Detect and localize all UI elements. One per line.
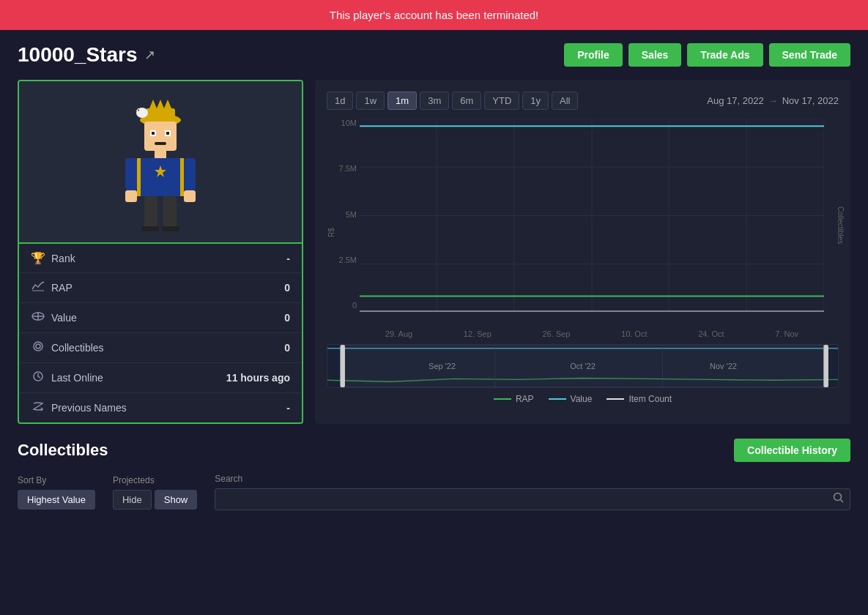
projecteds-group: Projecteds Hide Show: [113, 475, 197, 510]
time-buttons: 1d 1w 1m 3m 6m YTD 1y All: [327, 92, 578, 110]
stat-collectibles: Collectibles 0: [19, 333, 302, 363]
svg-rect-22: [184, 158, 196, 190]
last-online-label: Last Online: [51, 372, 226, 384]
svg-line-53: [841, 500, 844, 503]
trade-ads-button[interactable]: Trade Ads: [687, 43, 763, 67]
previous-names-label: Previous Names: [51, 402, 286, 414]
svg-rect-15: [155, 151, 166, 158]
x-label-0: 29. Aug: [385, 329, 412, 338]
time-btn-ytd[interactable]: YTD: [484, 92, 519, 110]
mini-label-1: Oct '22: [570, 362, 596, 370]
time-btn-1w[interactable]: 1w: [356, 92, 385, 110]
collectibles-axis-label: Collectibles: [837, 206, 845, 244]
filters-row: Sort By Highest Value Projecteds Hide Sh…: [18, 474, 850, 510]
highest-value-button[interactable]: Highest Value: [18, 490, 95, 510]
search-icon-button[interactable]: [833, 492, 845, 507]
y-label-0: 0: [327, 301, 360, 310]
chart-wrapper: 10M 7.5M 5M 2.5M 0 R$ Collectibles: [327, 119, 839, 412]
header-buttons: Profile Sales Trade Ads Send Trade: [564, 43, 850, 67]
hide-button[interactable]: Hide: [113, 490, 152, 510]
search-group: Search: [215, 474, 850, 510]
svg-rect-1: [146, 108, 175, 122]
collectibles-header: Collectibles Collectible History: [18, 439, 850, 462]
svg-point-52: [834, 493, 842, 501]
svg-point-7: [138, 110, 139, 111]
value-stat-value: 0: [284, 312, 290, 324]
item-count-legend-line: [607, 398, 624, 400]
stat-rank: 🏆 Rank -: [19, 244, 302, 273]
mini-label-0: Sep '22: [429, 362, 456, 370]
date-from: Aug 17, 2022: [707, 95, 763, 106]
y-label-5m: 5M: [327, 210, 360, 219]
svg-marker-8: [136, 110, 137, 111]
value-stat-label: Value: [51, 312, 284, 324]
date-range: Aug 17, 2022 → Nov 17, 2022: [707, 95, 839, 106]
time-btn-6m[interactable]: 6m: [452, 92, 481, 110]
search-input-wrapper: [215, 488, 850, 510]
sort-by-group: Sort By Highest Value: [18, 475, 95, 510]
chart-svg: [360, 119, 824, 313]
chart-controls: 1d 1w 1m 3m 6m YTD 1y All Aug 17, 2022 →…: [327, 92, 839, 110]
svg-rect-25: [163, 196, 177, 228]
time-btn-1y[interactable]: 1y: [522, 92, 549, 110]
y-label-7-5m: 7.5M: [327, 164, 360, 173]
x-axis-labels: 29. Aug 12. Sep 26. Sep 10. Oct 24. Oct …: [360, 329, 824, 338]
external-link-icon[interactable]: ↗: [144, 47, 155, 63]
search-input[interactable]: [215, 488, 850, 510]
mini-chart-labels: Sep '22 Oct '22 Nov '22: [327, 362, 838, 370]
bottom-section: Collectibles Collectible History Sort By…: [0, 424, 868, 525]
x-label-2: 26. Sep: [542, 329, 570, 338]
time-btn-1d[interactable]: 1d: [327, 92, 353, 110]
search-label: Search: [215, 474, 850, 484]
last-online-value: 11 hours ago: [226, 372, 290, 384]
collectibles-icon: [31, 340, 51, 355]
rap-legend-line: [494, 398, 511, 400]
rap-label: RAP: [51, 282, 284, 294]
profile-button[interactable]: Profile: [564, 43, 623, 67]
projected-buttons: Hide Show: [113, 490, 197, 510]
projecteds-label: Projecteds: [113, 475, 197, 485]
svg-rect-27: [162, 226, 179, 231]
svg-marker-3: [157, 100, 164, 108]
x-label-3: 10. Oct: [621, 329, 647, 338]
search-icon: [833, 492, 845, 504]
svg-rect-26: [141, 226, 159, 231]
avatar: [109, 92, 212, 231]
legend-rap: RAP: [494, 394, 534, 404]
send-trade-button[interactable]: Send Trade: [769, 43, 850, 67]
rank-label: Rank: [51, 253, 286, 264]
svg-rect-21: [125, 190, 137, 202]
time-btn-all[interactable]: All: [552, 92, 578, 110]
y-label-2-5m: 2.5M: [327, 256, 360, 264]
collectible-history-button[interactable]: Collectible History: [734, 439, 850, 462]
date-arrow: →: [768, 95, 778, 106]
mini-chart: Sep '22 Oct '22 Nov '22: [327, 344, 839, 388]
svg-rect-14: [155, 142, 166, 145]
collectibles-label-text: Collectibles: [51, 342, 284, 354]
page-header: 10000_Stars ↗ Profile Sales Trade Ads Se…: [0, 30, 868, 80]
sales-button[interactable]: Sales: [628, 43, 682, 67]
legend-value: Value: [549, 394, 593, 404]
stat-rap: RAP 0: [19, 273, 302, 303]
svg-rect-18: [180, 158, 184, 196]
time-btn-1m[interactable]: 1m: [387, 92, 417, 110]
x-label-5: 7. Nov: [775, 329, 798, 338]
collectibles-title: Collectibles: [18, 441, 108, 460]
value-legend-label: Value: [571, 394, 593, 404]
main-content: 🏆 Rank - RAP 0 Value 0: [0, 80, 868, 424]
svg-rect-9: [144, 122, 177, 151]
svg-point-6: [137, 108, 141, 113]
previous-names-icon: [31, 400, 51, 415]
svg-rect-23: [184, 190, 196, 202]
stat-value: Value 0: [19, 303, 302, 333]
left-panel: 🏆 Rank - RAP 0 Value 0: [18, 80, 303, 424]
chart-panel: 1d 1w 1m 3m 6m YTD 1y All Aug 17, 2022 →…: [315, 80, 850, 424]
chart-legend: RAP Value Item Count: [327, 394, 839, 404]
stat-previous-names: Previous Names -: [19, 393, 302, 422]
time-btn-3m[interactable]: 3m: [420, 92, 449, 110]
show-button[interactable]: Show: [155, 490, 198, 510]
legend-item-count: Item Count: [607, 394, 672, 404]
previous-names-value: -: [286, 402, 290, 414]
svg-rect-12: [152, 132, 155, 135]
username: 10000_Stars: [18, 43, 137, 67]
